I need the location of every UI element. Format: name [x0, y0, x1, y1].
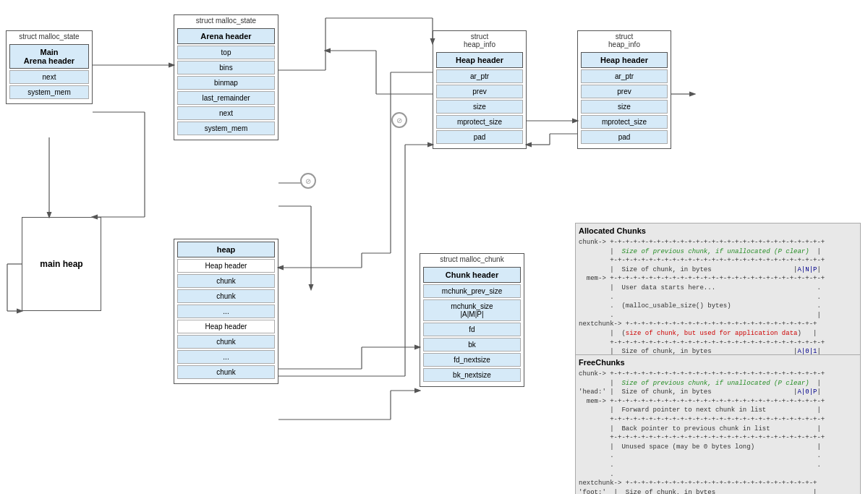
no-entry-symbol-2: ⊘ [391, 112, 407, 128]
main-arena-header: MainArena header [9, 44, 89, 69]
main-arena-title: struct malloc_state [7, 31, 92, 42]
free-chunks-title: FreeChunks [579, 358, 857, 367]
heap-info-2-title: struct heap_info [578, 31, 671, 50]
main-arena-box: struct malloc_state MainArena header nex… [6, 30, 93, 104]
heap-section-chunk-4: chunk [177, 365, 275, 379]
malloc-chunk-fd: fd [423, 323, 521, 336]
heap-section-heap-header-2: Heap header [177, 320, 275, 333]
malloc-chunk-size: mchunk_size|A|M|P| [423, 299, 521, 321]
malloc-chunk-bk: bk [423, 338, 521, 352]
heap-info-1-ar-ptr: ar_ptr [436, 69, 523, 83]
heap-info-1-box: struct heap_info Heap header ar_ptr prev… [433, 30, 527, 149]
arena-field-top: top [177, 46, 275, 59]
heap-info-2-ar-ptr: ar_ptr [581, 69, 668, 83]
heap-info-2-mprotect-size: mprotect_size [581, 115, 668, 129]
heap-section-dots-1: ... [177, 305, 275, 318]
malloc-chunk-header: Chunk header [423, 267, 521, 283]
malloc-chunk-fd-nextsize: fd_nextsize [423, 353, 521, 367]
malloc-chunk-box: struct malloc_chunk Chunk header mchunk_… [420, 253, 524, 387]
malloc-chunk-bk-nextsize: bk_nextsize [423, 368, 521, 382]
heap-info-1-prev: prev [436, 85, 523, 98]
allocated-chunks-code: chunk-> +-+-+-+-+-+-+-+-+-+-+-+-+-+-+-+-… [579, 238, 857, 357]
arena-field-system-mem: system_mem [177, 122, 275, 135]
heap-section-chunk-3: chunk [177, 335, 275, 349]
heap-section-dots-2: ... [177, 350, 275, 364]
arena-field-next: next [177, 106, 275, 120]
arena-header-box: struct malloc_state Arena header top bin… [174, 14, 278, 140]
heap-section-chunk-2: chunk [177, 289, 275, 303]
main-heap-box: main heap [22, 217, 101, 311]
main-arena-system-mem: system_mem [9, 85, 89, 99]
arena-field-last-remainder: last_remainder [177, 91, 275, 105]
main-arena-next: next [9, 70, 89, 84]
diagram-container: struct malloc_state MainArena header nex… [0, 0, 868, 494]
allocated-chunks-panel: Allocated Chunks chunk-> +-+-+-+-+-+-+-+… [575, 223, 861, 360]
arena-field-bins: bins [177, 61, 275, 74]
malloc-chunk-prev-size: mchunk_prev_size [423, 284, 521, 298]
heap-box-header: heap [177, 242, 275, 257]
heap-info-2-size: size [581, 100, 668, 114]
free-chunks-code: chunk-> +-+-+-+-+-+-+-+-+-+-+-+-+-+-+-+-… [579, 370, 857, 494]
allocated-chunks-title: Allocated Chunks [579, 226, 857, 235]
heap-info-2-prev: prev [581, 85, 668, 98]
heap-info-1-mprotect-size: mprotect_size [436, 115, 523, 129]
arena-field-binmap: binmap [177, 76, 275, 90]
free-chunks-panel: FreeChunks chunk-> +-+-+-+-+-+-+-+-+-+-+… [575, 354, 861, 494]
heap-section-chunk-1: chunk [177, 274, 275, 288]
heap-info-2-header: Heap header [581, 52, 668, 68]
heap-box: heap Heap header chunk chunk ... Heap he… [174, 239, 278, 384]
heap-info-1-size: size [436, 100, 523, 114]
heap-info-2-box: struct heap_info Heap header ar_ptr prev… [577, 30, 671, 149]
heap-info-1-pad: pad [436, 130, 523, 144]
heap-info-2-pad: pad [581, 130, 668, 144]
heap-info-1-header: Heap header [436, 52, 523, 68]
heap-info-1-title: struct heap_info [433, 31, 526, 50]
arena-header-title: struct malloc_state [174, 15, 278, 26]
heap-section-heap-header-1: Heap header [177, 259, 275, 273]
arena-header-header: Arena header [177, 28, 275, 44]
main-heap-label: main heap [40, 259, 82, 269]
no-entry-symbol-1: ⊘ [300, 173, 316, 189]
malloc-chunk-title: struct malloc_chunk [420, 254, 524, 265]
